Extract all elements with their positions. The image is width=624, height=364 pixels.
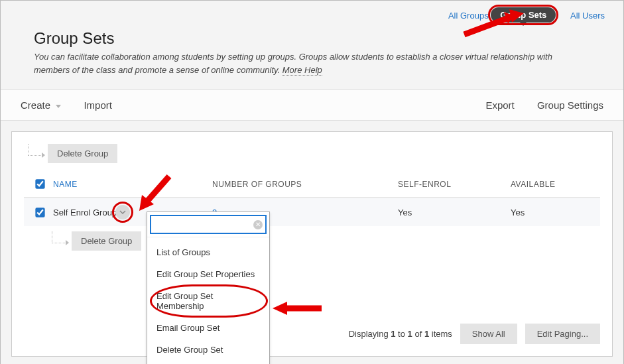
row-self-enrol: Yes	[398, 208, 511, 217]
select-all-checkbox[interactable]	[35, 179, 44, 188]
row-context-menu: ✕ List of Groups Edit Group Set Properti…	[147, 212, 270, 364]
page-description: You can facilitate collaboration among s…	[34, 50, 590, 76]
chevron-down-icon	[119, 209, 126, 215]
row-available: Yes	[511, 208, 597, 217]
show-all-button[interactable]: Show All	[460, 324, 517, 344]
column-header-available[interactable]: AVAILABLE	[511, 180, 597, 189]
create-menu[interactable]: Create	[21, 99, 64, 111]
delete-group-button-bottom[interactable]: Delete Group	[72, 231, 141, 251]
menu-item-label: Edit Group Set Membership	[156, 291, 213, 311]
more-help-link[interactable]: More Help	[282, 65, 322, 76]
tree-connector-icon	[52, 231, 66, 243]
tree-connector-icon	[28, 144, 42, 156]
menu-item-delete-group-set[interactable]: Delete Group Set	[147, 339, 269, 361]
column-header-number[interactable]: NUMBER OF GROUPS	[212, 180, 398, 189]
create-label: Create	[21, 99, 50, 111]
page-title: Group Sets	[34, 29, 590, 48]
row-name: Self Enrol Group	[53, 208, 117, 217]
tab-all-groups[interactable]: All Groups	[448, 11, 489, 21]
chevron-down-icon	[520, 23, 527, 26]
edit-paging-button[interactable]: Edit Paging...	[525, 324, 600, 344]
tab-all-users[interactable]: All Users	[570, 11, 605, 21]
group-settings-button[interactable]: Group Settings	[537, 99, 603, 111]
tab-group-sets-label: Group Sets	[500, 10, 546, 20]
pagination-bar: Displaying 1 to 1 of 1 items Show All Ed…	[349, 324, 600, 344]
column-header-self-enrol[interactable]: SELF-ENROL	[398, 180, 511, 189]
menu-search-input[interactable]	[150, 215, 267, 234]
delete-group-button-top[interactable]: Delete Group	[48, 144, 117, 163]
clear-icon[interactable]: ✕	[253, 220, 263, 229]
import-button[interactable]: Import	[84, 99, 112, 111]
tab-group-sets[interactable]: Group Sets	[491, 7, 556, 23]
column-header-name[interactable]: NAME	[53, 180, 212, 189]
menu-item-edit-membership[interactable]: Edit Group Set Membership	[147, 285, 269, 317]
chevron-down-icon	[56, 105, 61, 108]
export-button[interactable]: Export	[485, 99, 514, 111]
groups-panel: Delete Group NAME NUMBER OF GROUPS SELF-…	[11, 131, 613, 357]
table-row: Self Enrol Group 3 Yes Yes	[24, 198, 600, 226]
menu-item-list-of-groups[interactable]: List of Groups	[147, 241, 269, 263]
pagination-summary: Displaying 1 to 1 of 1 items	[349, 329, 452, 339]
row-checkbox[interactable]	[35, 208, 44, 217]
row-context-menu-button[interactable]	[115, 205, 130, 219]
menu-item-edit-properties[interactable]: Edit Group Set Properties	[147, 263, 269, 285]
menu-item-email-group-set[interactable]: Email Group Set	[147, 317, 269, 339]
